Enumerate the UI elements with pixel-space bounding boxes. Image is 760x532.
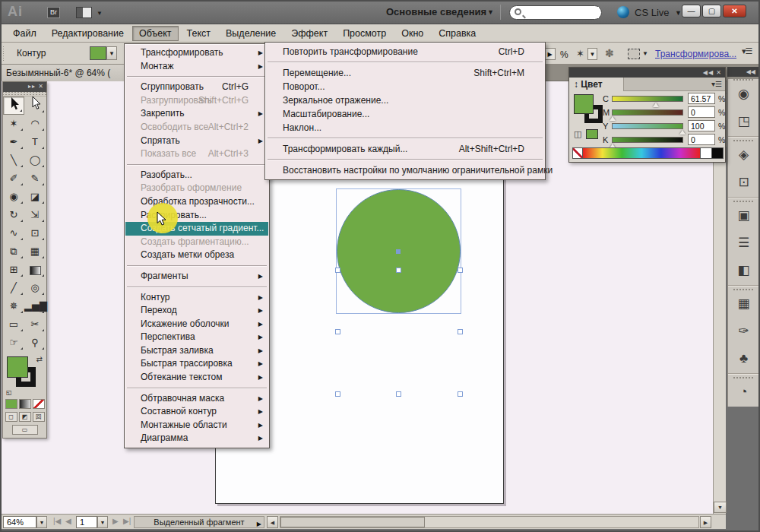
none-color-swatch[interactable] <box>572 147 583 159</box>
object-menu-item[interactable]: Спрятать▶ <box>125 135 268 148</box>
m-slider[interactable] <box>612 109 683 116</box>
selection-center-point[interactable] <box>396 249 401 254</box>
k-slider[interactable] <box>612 137 683 143</box>
object-menu-item[interactable]: Составной контур▶ <box>125 405 268 419</box>
transform-submenu-item[interactable]: Масштабирование... <box>266 107 544 121</box>
horizontal-scrollbar[interactable] <box>280 516 699 528</box>
tools-panel-header[interactable]: ▸▸ ✕ <box>3 82 46 92</box>
k-value-field[interactable]: 0 <box>688 134 715 145</box>
symbols-panel-icon[interactable]: ♣ <box>728 346 759 373</box>
menubar-item[interactable]: Справка <box>432 26 483 41</box>
magic-wand-tool[interactable]: ✶ <box>3 115 24 133</box>
object-menu-item[interactable]: Разобрать... <box>125 169 268 182</box>
draw-inside-button[interactable]: 回 <box>33 412 45 422</box>
object-menu-item[interactable]: Монтаж▶ <box>125 60 268 74</box>
object-menu-item[interactable]: Трансформировать▶ <box>125 46 268 60</box>
pencil-tool[interactable]: ✎ <box>24 169 46 188</box>
eyedropper-tool[interactable]: ╱ <box>3 279 24 297</box>
slice-tool[interactable]: ✂ <box>24 315 46 334</box>
dock-group-grip[interactable] <box>733 79 753 81</box>
transform-panel-icon[interactable]: ▣ <box>728 203 759 230</box>
selection-handle[interactable] <box>458 268 463 273</box>
object-menu-item[interactable]: Создать сетчатый градиент... <box>125 222 268 236</box>
transform-link[interactable]: Трансформирова... <box>655 49 736 59</box>
object-menu-item[interactable]: Монтажные области▶ <box>125 419 268 432</box>
graphic-styles-panel-icon[interactable]: ⊡ <box>728 169 759 197</box>
hand-tool[interactable]: ☞ <box>3 334 24 352</box>
symbol-sprayer-tool[interactable]: ✵ <box>3 297 24 315</box>
dock-group-grip[interactable] <box>733 201 753 202</box>
workspace-arrow-icon[interactable]: ▼ <box>487 8 494 16</box>
object-menu-item[interactable]: Обтравочная маска▶ <box>125 392 268 406</box>
scroll-right-icon[interactable]: ▶ <box>700 516 711 528</box>
gradient-panel-icon[interactable]: ◔ <box>728 379 759 407</box>
object-menu-item[interactable]: Быстрая заливка▶ <box>125 344 268 358</box>
eraser-tool[interactable]: ◪ <box>24 188 46 206</box>
select-similar-icon[interactable]: ✶ <box>576 48 584 59</box>
recolor-artwork-icon[interactable]: ✽ <box>605 47 614 59</box>
zoom-tool[interactable]: ⚲ <box>24 334 46 352</box>
cs-live-menu[interactable]: CS Live <box>635 7 670 18</box>
free-transform-tool[interactable]: ⊡ <box>24 224 46 242</box>
prev-artboard-button[interactable]: ◀ <box>65 517 71 525</box>
rotate-tool[interactable]: ↻ <box>3 206 24 224</box>
screen-mode-button[interactable]: ▭ <box>12 425 38 435</box>
transform-submenu-item[interactable]: Зеркальное отражение... <box>266 93 544 107</box>
next-artboard-button[interactable]: ▶ <box>112 517 119 525</box>
menubar-item[interactable]: Просмотр <box>336 26 393 41</box>
isolate-selection-icon[interactable] <box>628 49 640 59</box>
arrange-documents-arrow-icon[interactable]: ▼ <box>97 10 103 17</box>
appearance-panel-icon[interactable]: ◈ <box>728 142 759 169</box>
artboard-dropdown-icon[interactable]: ▼ <box>97 516 108 528</box>
dock-group-grip[interactable] <box>733 289 753 290</box>
last-artboard-button[interactable]: ▶| <box>123 517 131 525</box>
scale-tool[interactable]: ⇲ <box>24 206 46 224</box>
default-fill-stroke-icon[interactable]: ◱ <box>6 389 12 396</box>
c-value-field[interactable]: 61.57 <box>688 93 715 104</box>
m-value-field[interactable]: 0 <box>688 106 715 118</box>
bridge-button[interactable]: Br <box>47 7 60 18</box>
maximize-button[interactable]: ▢ <box>702 5 721 17</box>
first-artboard-button[interactable]: |◀ <box>53 517 61 525</box>
workspace-switcher[interactable]: Основные сведения <box>386 6 486 17</box>
blend-tool[interactable]: ◎ <box>24 279 46 297</box>
blob-brush-tool[interactable]: ◉ <box>3 188 24 206</box>
line-segment-tool[interactable]: ╲ <box>3 151 24 169</box>
scroll-left-icon[interactable]: ◀ <box>267 516 278 528</box>
collapse-panel-icon[interactable]: ◀◀ <box>703 69 714 76</box>
menubar-item[interactable]: Текст <box>180 26 217 41</box>
object-menu-item[interactable]: Переход▶ <box>125 304 268 318</box>
spectrum-bar[interactable] <box>583 147 701 159</box>
object-menu-item[interactable]: Закрепить▶ <box>125 107 268 121</box>
stroke-spinner-icon[interactable]: ▶ <box>544 48 556 60</box>
graph-tool[interactable]: ▂▅▇ <box>24 297 46 315</box>
status-menu-arrow-icon[interactable]: ▶ <box>257 519 261 530</box>
align-panel-icon[interactable]: ☰ <box>728 230 759 258</box>
y-value-field[interactable]: 100 <box>688 120 715 131</box>
object-menu-item[interactable]: Обтекание текстом▶ <box>125 371 268 385</box>
artboard-number-field[interactable]: 1 <box>76 516 97 528</box>
object-menu-item[interactable]: Искажение оболочки▶ <box>125 318 268 331</box>
swatches-panel-icon[interactable]: ▦ <box>728 291 759 318</box>
none-mode-button[interactable] <box>33 399 45 409</box>
object-menu-item[interactable]: Быстрая трассировка▶ <box>125 357 268 371</box>
shape-builder-tool[interactable]: ⧉ <box>3 242 24 261</box>
menubar-item[interactable]: Объект <box>132 26 179 41</box>
document-tab[interactable]: Безымянный-6* @ 64% ( <box>0 65 141 81</box>
pathfinder-panel-icon[interactable]: ◧ <box>728 258 759 285</box>
selection-handle[interactable] <box>335 268 340 273</box>
control-bar-menu-icon[interactable]: ▾☰ <box>742 46 752 56</box>
object-menu-item[interactable]: Создать метки обреза <box>125 249 268 262</box>
fill-color-swatch[interactable] <box>90 46 106 60</box>
object-menu-item[interactable]: Фрагменты▶ <box>125 270 268 283</box>
isolate-dropdown-icon[interactable]: ▼ <box>642 50 648 57</box>
swap-fill-stroke-icon[interactable]: ⇄ <box>36 355 43 363</box>
fill-swatch[interactable] <box>7 356 28 378</box>
selection-handle[interactable] <box>458 329 463 334</box>
search-box[interactable] <box>509 5 602 20</box>
close-panel-icon[interactable]: ✕ <box>716 69 722 76</box>
object-menu-item[interactable]: Обработка прозрачности... <box>125 195 268 209</box>
object-menu-item[interactable]: СгруппироватьCtrl+G <box>125 81 268 94</box>
black-swatch[interactable] <box>712 147 724 159</box>
minimize-button[interactable]: — <box>682 5 701 17</box>
